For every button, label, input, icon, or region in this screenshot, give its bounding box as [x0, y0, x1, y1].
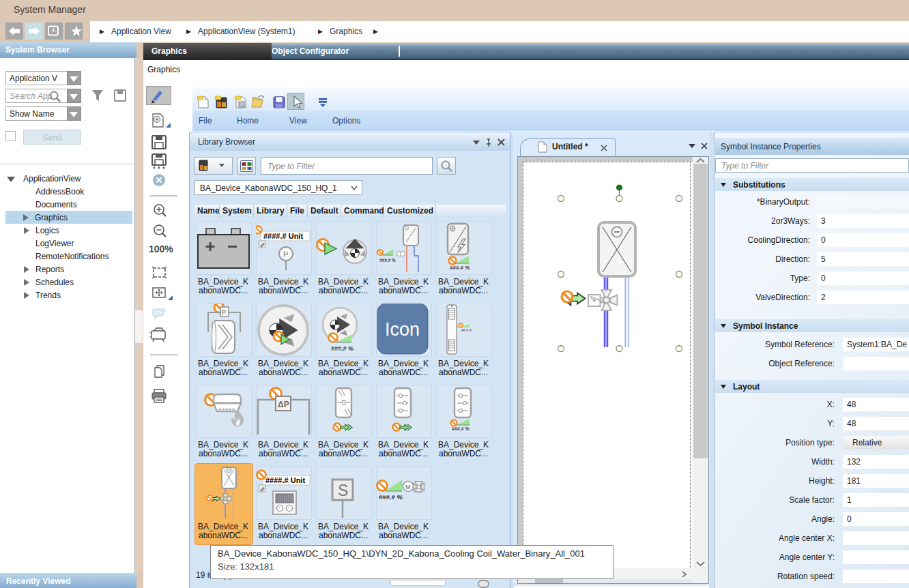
svg-text:100%: 100%: [149, 244, 173, 254]
svg-text:P: P: [222, 309, 226, 316]
svg-text:S: S: [338, 482, 348, 499]
svg-text:####.# Unit: ####.# Unit: [263, 232, 303, 240]
svg-text:###.# %: ###.# %: [331, 345, 354, 352]
svg-text:##.# %: ##.# %: [461, 328, 472, 332]
svg-text:####.# Unit: ####.# Unit: [265, 476, 305, 484]
svg-text:ΔP: ΔP: [278, 400, 289, 409]
svg-text:###.# %: ###.# %: [452, 426, 470, 431]
svg-text:P: P: [283, 250, 288, 259]
svg-text:###.# %: ###.# %: [379, 493, 403, 501]
svg-text:###.# %: ###.# %: [379, 258, 396, 263]
svg-text:###.# %: ###.# %: [450, 265, 470, 271]
svg-text:Icon: Icon: [385, 319, 420, 340]
svg-text:M: M: [405, 484, 411, 490]
